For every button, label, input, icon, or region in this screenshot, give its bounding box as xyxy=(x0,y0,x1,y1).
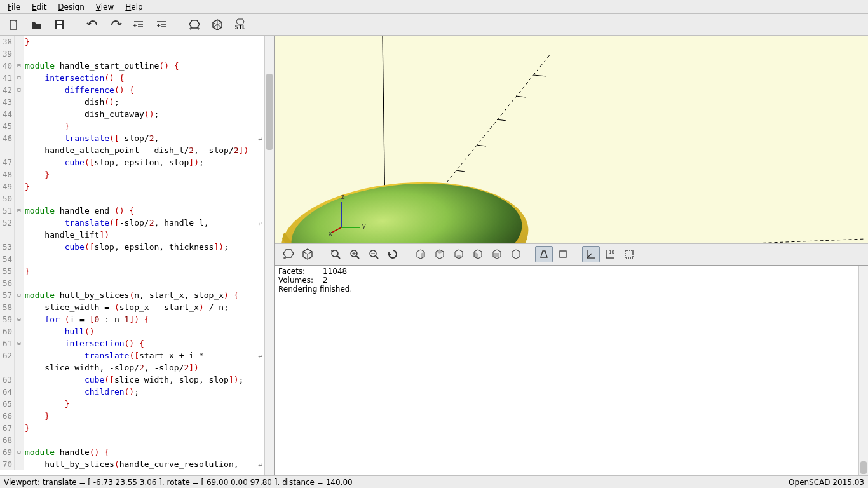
code-line[interactable]: 70 hull_by_slices(handle_curve_resolutio… xyxy=(0,458,274,470)
code-line[interactable]: 48 } xyxy=(0,168,274,180)
console-scrollbar[interactable] xyxy=(858,266,868,476)
code-line[interactable]: 50 xyxy=(0,193,274,205)
svg-line-26 xyxy=(516,96,526,97)
code-line[interactable]: 60 hull() xyxy=(0,325,274,337)
undo-button[interactable] xyxy=(84,17,102,33)
console-volumes-label: Volumes: xyxy=(278,276,323,285)
statusbar: Viewport: translate = [ -6.73 23.55 3.06… xyxy=(0,475,868,488)
view-back-button[interactable] xyxy=(507,246,525,262)
code-line[interactable]: 68 xyxy=(0,434,274,446)
code-line[interactable]: 61⊟ intersection() { xyxy=(0,337,274,349)
3d-viewport[interactable]: z y x xyxy=(275,36,868,243)
code-line[interactable]: 49} xyxy=(0,180,274,193)
code-line[interactable]: 63 cube([slice_width, slop, slop]); xyxy=(0,374,274,386)
save-button[interactable] xyxy=(51,17,69,33)
render-view-button[interactable] xyxy=(299,246,316,262)
svg-line-40 xyxy=(337,256,340,259)
menu-help[interactable]: Help xyxy=(120,1,147,13)
zoom-in-button[interactable] xyxy=(346,246,363,262)
console-facets-value: 11048 xyxy=(323,267,347,276)
view-left-button[interactable] xyxy=(469,246,487,262)
code-line[interactable]: 39 xyxy=(0,48,274,60)
preview-view-button[interactable] xyxy=(280,246,297,262)
code-line[interactable]: 59⊟ for (i = [0 : n-1]) { xyxy=(0,313,274,325)
svg-rect-50 xyxy=(494,253,499,257)
unindent-button[interactable] xyxy=(130,17,147,33)
zoom-all-button[interactable] xyxy=(327,246,344,262)
axis-y-label: y xyxy=(362,222,366,229)
reset-view-button[interactable] xyxy=(384,246,402,262)
menu-edit[interactable]: Edit xyxy=(27,1,51,13)
code-line[interactable]: 44 dish_cutaway(); xyxy=(0,108,274,120)
code-line[interactable]: 65 } xyxy=(0,398,274,410)
new-button[interactable] xyxy=(5,17,23,33)
indent-button[interactable] xyxy=(153,17,170,33)
view-front-button[interactable] xyxy=(488,246,506,262)
code-line[interactable]: 64 children(); xyxy=(0,386,274,398)
show-axes-button[interactable] xyxy=(582,246,600,262)
code-line[interactable]: 43 dish(); xyxy=(0,96,274,108)
editor-pane: 38}3940⊟module handle_start_outline() {4… xyxy=(0,36,275,475)
code-line[interactable]: 42⊟ difference() { xyxy=(0,84,274,96)
menu-view[interactable]: View xyxy=(91,1,119,13)
code-line[interactable]: handle_lift]) xyxy=(0,229,274,241)
svg-rect-58 xyxy=(625,250,633,258)
redo-button[interactable] xyxy=(107,17,125,33)
code-line[interactable]: 62 translate([start_x + i *↵ xyxy=(0,349,274,362)
code-line[interactable]: 51⊟module handle_end () { xyxy=(0,205,274,217)
zoom-out-button[interactable] xyxy=(365,246,383,262)
code-editor[interactable]: 38}3940⊟module handle_start_outline() {4… xyxy=(0,36,274,475)
code-line[interactable]: 52 translate([-slop/2, handle_l,↵ xyxy=(0,217,274,229)
code-line[interactable]: 45 } xyxy=(0,120,274,132)
orthogonal-button[interactable] xyxy=(554,246,572,262)
export-stl-button[interactable]: STL xyxy=(231,17,249,33)
show-scale-button[interactable]: 10 xyxy=(601,246,619,262)
view-bottom-button[interactable] xyxy=(450,246,468,262)
show-edges-button[interactable] xyxy=(620,246,638,262)
svg-rect-2 xyxy=(57,21,62,24)
code-line[interactable]: slice_width, -slop/2, -slop/2]) xyxy=(0,362,274,374)
code-line[interactable]: 58 slice_width = (stop_x - start_x) / n; xyxy=(0,301,274,313)
view-right-button[interactable] xyxy=(412,246,430,262)
stl-label: STL xyxy=(235,25,245,30)
code-line[interactable]: 38} xyxy=(0,36,274,48)
svg-line-27 xyxy=(534,75,546,76)
code-line[interactable]: 55} xyxy=(0,265,274,277)
code-line[interactable]: handle_attach_point - dish_l/2, -slop/2]… xyxy=(0,144,274,156)
code-line[interactable]: 53 cube([slop, epsilon, thickness]); xyxy=(0,241,274,253)
console-volumes-value: 2 xyxy=(323,276,328,285)
svg-point-31 xyxy=(287,174,526,243)
menu-design[interactable]: Design xyxy=(53,1,89,13)
code-line[interactable]: 67} xyxy=(0,422,274,434)
code-line[interactable]: 57⊟module hull_by_slices(n, start_x, sto… xyxy=(0,289,274,301)
render-button[interactable] xyxy=(208,17,226,33)
svg-line-37 xyxy=(308,252,312,254)
menu-file[interactable]: File xyxy=(3,1,25,13)
code-line[interactable]: 56 xyxy=(0,277,274,289)
svg-rect-3 xyxy=(57,25,62,29)
code-line[interactable]: 40⊟module handle_start_outline() { xyxy=(0,60,274,72)
editor-scrollbar[interactable] xyxy=(264,36,274,475)
svg-line-36 xyxy=(303,252,308,254)
svg-text:10: 10 xyxy=(609,250,614,255)
status-version: OpenSCAD 2015.03 xyxy=(789,478,864,487)
open-button[interactable] xyxy=(28,17,46,33)
view-top-button[interactable] xyxy=(431,246,449,262)
viewer-pane: z y x 10 xyxy=(275,36,868,475)
code-line[interactable]: 46 translate([-slop/2,↵ xyxy=(0,132,274,144)
preview-button[interactable] xyxy=(186,17,203,33)
svg-rect-51 xyxy=(560,251,566,257)
code-line[interactable]: 66 } xyxy=(0,410,274,422)
svg-line-23 xyxy=(456,170,465,172)
code-line[interactable]: 69⊟module handle() { xyxy=(0,446,274,458)
perspective-button[interactable] xyxy=(535,246,553,262)
code-line[interactable]: 41⊟ intersection() { xyxy=(0,72,274,84)
svg-line-24 xyxy=(477,145,486,146)
view-toolbar: 10 xyxy=(275,243,868,265)
svg-line-25 xyxy=(497,119,506,121)
svg-line-35 xyxy=(332,227,341,233)
code-line[interactable]: 47 cube([slop, epsilon, slop]); xyxy=(0,156,274,168)
console-output[interactable]: Facets:11048 Volumes:2 Rendering finishe… xyxy=(275,265,868,476)
code-line[interactable]: 54 xyxy=(0,253,274,265)
main-area: 38}3940⊟module handle_start_outline() {4… xyxy=(0,36,868,475)
